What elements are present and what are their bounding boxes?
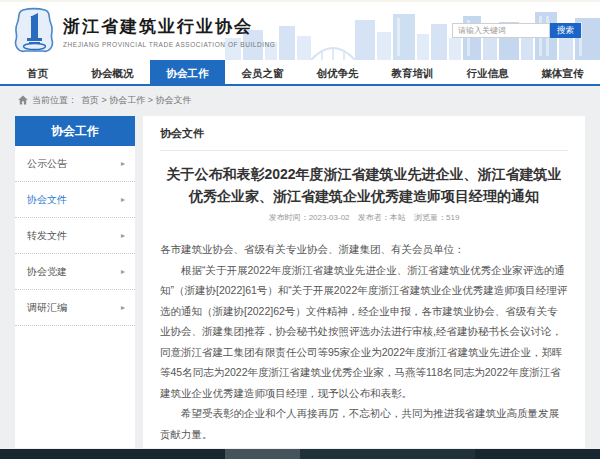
home-icon — [18, 95, 28, 105]
association-logo-icon — [12, 7, 56, 55]
sidebar-item-research-compilation[interactable]: 调研汇编 ▸ — [15, 290, 135, 326]
paragraph: 希望受表彰的企业和个人再接再厉，不忘初心，共同为推进我省建筑业高质量发展贡献力量… — [160, 403, 568, 444]
chevron-right-icon: ▸ — [121, 231, 125, 240]
nav-item-industry-info[interactable]: 行业信息 — [450, 60, 525, 84]
site-title: 浙江省建筑业行业协会 — [63, 15, 275, 38]
sidebar-item-association-documents[interactable]: 协会文件 ▸ — [15, 182, 135, 218]
nav-item-training[interactable]: 教育培训 — [375, 60, 450, 84]
sidebar: 协会工作 公示公告 ▸ 协会文件 ▸ 转发文件 ▸ 协会党建 ▸ 调研汇编 ▸ — [15, 116, 135, 448]
site-header: 浙江省建筑业行业协会 ZHEJIANG PROVINCIAL TRADE ASS… — [0, 0, 600, 60]
chevron-right-icon: ▸ — [121, 159, 125, 168]
view-count: 浏览量：519 — [414, 213, 459, 222]
footer-segment — [225, 449, 300, 459]
nav-item-excellence[interactable]: 创优争先 — [300, 60, 375, 84]
breadcrumb-path[interactable]: 首页 > 协会工作 > 协会文件 — [81, 94, 192, 107]
article-body: 各市建筑业协会、省级有关专业协会、浙建集团、有关会员单位： 根据“关于开展202… — [160, 239, 568, 448]
breadcrumb-prefix: 当前位置： — [32, 94, 77, 107]
sidebar-item-forwarded-documents[interactable]: 转发文件 ▸ — [15, 218, 135, 254]
site-subtitle: ZHEJIANG PROVINCIAL TRADE ASSOCIATION OF… — [63, 41, 275, 48]
nav-item-about[interactable]: 协会概况 — [75, 60, 150, 84]
page-footer — [0, 449, 600, 459]
sidebar-item-announcements[interactable]: 公示公告 ▸ — [15, 146, 135, 182]
article-title: 关于公布和表彰2022年度浙江省建筑业先进企业、浙江省建筑业优秀企业家、浙江省建… — [164, 164, 564, 207]
paragraph: 根据“关于开展2022年度浙江省建筑业先进企业、浙江省建筑业优秀企业家评选的通知… — [160, 260, 568, 403]
nav-item-media[interactable]: 媒体宣传 — [525, 60, 600, 84]
nav-item-members[interactable]: 会员之窗 — [225, 60, 300, 84]
logo[interactable]: 浙江省建筑业行业协会 ZHEJIANG PROVINCIAL TRADE ASS… — [12, 7, 275, 55]
salutation: 各市建筑业协会、省级有关专业协会、浙建集团、有关会员单位： — [160, 239, 568, 259]
sidebar-title: 协会工作 — [15, 116, 135, 146]
search-input[interactable] — [452, 23, 550, 38]
footer-segment — [300, 449, 475, 459]
main-nav: 首页 协会概况 协会工作 会员之窗 创优争先 教育培训 行业信息 媒体宣传 — [0, 60, 600, 86]
chevron-right-icon: ▸ — [121, 195, 125, 204]
chevron-right-icon: ▸ — [121, 303, 125, 312]
search-button[interactable]: 搜索 — [550, 23, 581, 38]
section-title: 协会文件 — [160, 116, 568, 151]
breadcrumb: 当前位置： 首页 > 协会工作 > 协会文件 — [0, 89, 600, 111]
publisher: 发布者：本站 — [358, 213, 406, 222]
nav-item-home[interactable]: 首页 — [0, 60, 75, 84]
search-bar: 搜索 — [452, 23, 581, 38]
chevron-right-icon: ▸ — [121, 267, 125, 276]
publish-time: 发布时间：2023-03-02 — [269, 213, 350, 222]
article-panel: 协会文件 关于公布和表彰2022年度浙江省建筑业先进企业、浙江省建筑业优秀企业家… — [143, 116, 585, 448]
sidebar-item-party-building[interactable]: 协会党建 ▸ — [15, 254, 135, 290]
article-meta: 发布时间：2023-03-02 发布者：本站 浏览量：519 — [160, 212, 568, 223]
nav-item-association-work[interactable]: 协会工作 — [150, 60, 225, 84]
